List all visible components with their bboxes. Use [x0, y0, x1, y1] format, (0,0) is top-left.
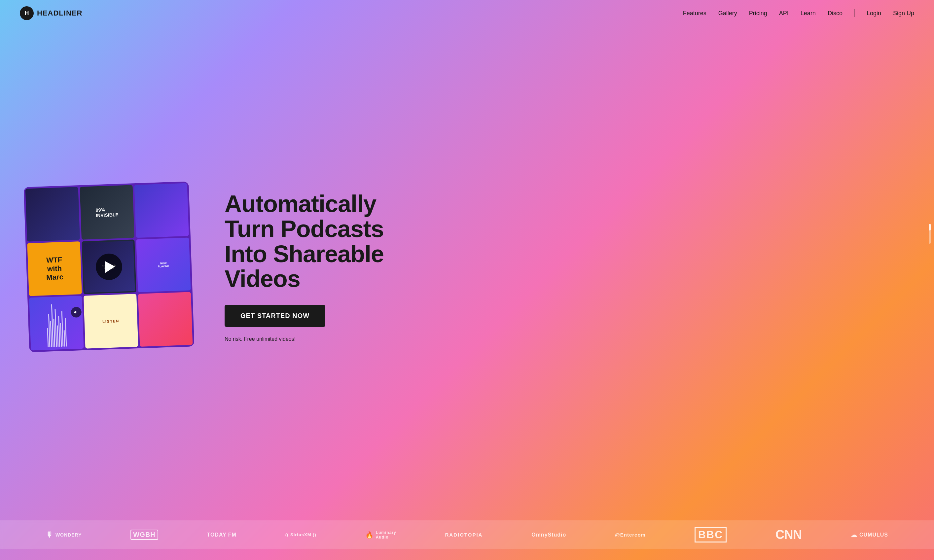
logo[interactable]: H HEADLINER: [20, 6, 82, 20]
nav-disco[interactable]: Disco: [828, 10, 843, 17]
partner-cnn: CNN: [776, 528, 802, 542]
nav-features[interactable]: Features: [683, 10, 706, 17]
wondery-icon: 🎙: [46, 531, 54, 539]
collage-card-now: NOWPLAYING: [136, 237, 191, 292]
cta-button[interactable]: GET STARTED NOW: [225, 305, 325, 327]
collage-card-listen: LISTEN: [83, 294, 138, 348]
partner-radiotopia: RADIOTOPIA: [445, 532, 483, 537]
nav-pricing[interactable]: Pricing: [749, 10, 767, 17]
collage-card-3: [134, 183, 189, 238]
partners-bar: 🎙 WONDERY WGBH TODAY FM (( SiriusXM )) 🔥…: [0, 520, 934, 549]
collage-card-waveform: [29, 296, 83, 350]
partner-wondery: 🎙 WONDERY: [46, 531, 82, 539]
scrollbar[interactable]: [929, 224, 931, 244]
nav-signup[interactable]: Sign Up: [893, 10, 914, 17]
scrollbar-thumb: [929, 224, 931, 231]
partner-entercom: @Entercom: [615, 532, 646, 537]
hero-section: 99%INVISIBLE WTFwithMarc New EpisodeOut …: [0, 26, 934, 520]
navbar: H HEADLINER Features Gallery Pricing API…: [0, 0, 934, 26]
nav-links: Features Gallery Pricing API Learn Disco…: [683, 9, 914, 17]
partner-siriusxm: (( SiriusXM )): [285, 532, 316, 537]
partner-luminary: 🔥 LuminaryAudio: [365, 530, 396, 540]
hero-content: Automatically Turn Podcasts Into Shareab…: [211, 192, 908, 342]
partner-cumulus: ☁ CUMULUS: [851, 531, 888, 539]
play-triangle-icon: [105, 260, 115, 273]
collage-card-1: [25, 187, 80, 242]
hero-title: Automatically Turn Podcasts Into Shareab…: [225, 192, 908, 291]
nav-login[interactable]: Login: [866, 10, 881, 17]
partner-wgbh: WGBH: [131, 530, 158, 540]
nav-learn[interactable]: Learn: [800, 10, 816, 17]
partner-omnystudio: OmnyStudio: [531, 532, 566, 538]
cumulus-icon: ☁: [851, 531, 857, 539]
logo-icon: H: [20, 6, 34, 20]
hero-video-wrapper: 99%INVISIBLE WTFwithMarc New EpisodeOut …: [26, 184, 192, 349]
luminary-icon: 🔥: [365, 531, 374, 539]
nav-gallery[interactable]: Gallery: [719, 10, 737, 17]
hero-collage: 99%INVISIBLE WTFwithMarc New EpisodeOut …: [23, 181, 194, 352]
collage-card-2: 99%INVISIBLE: [80, 185, 134, 239]
cta-subtext: No risk. Free unlimited videos!: [225, 336, 908, 342]
partner-bbc: BBC: [694, 527, 726, 543]
logo-text: HEADLINER: [37, 9, 82, 17]
collage-card-wtf: WTFwithMarc: [27, 242, 82, 296]
nav-divider: [854, 9, 855, 17]
nav-api[interactable]: API: [779, 10, 789, 17]
partner-todayfm: TODAY FM: [207, 532, 237, 538]
collage-card-pink: [138, 292, 192, 346]
